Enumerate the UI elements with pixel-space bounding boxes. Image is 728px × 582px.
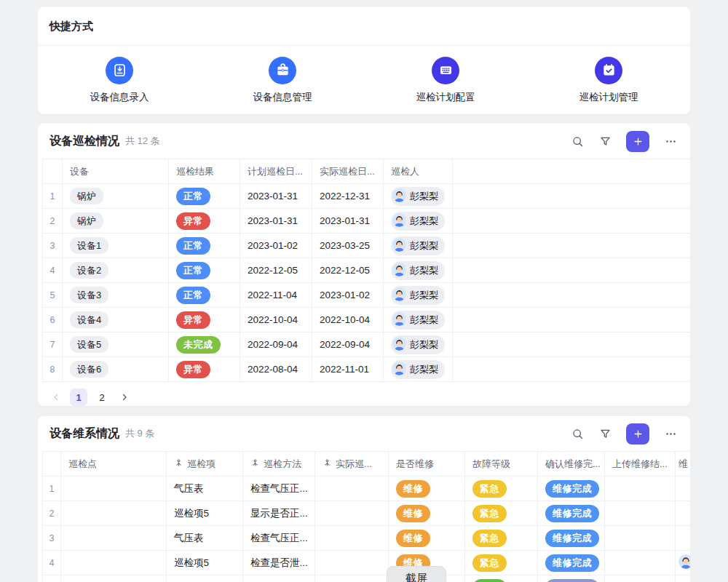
device-cell[interactable]: 设备1 [63, 234, 169, 258]
repair-cell[interactable]: 维修 [389, 526, 465, 550]
result-cell[interactable]: 正常 [169, 283, 240, 307]
confirm-cell[interactable]: 维修完成 [538, 526, 605, 550]
point-cell[interactable] [61, 575, 167, 582]
column-header-4[interactable]: 实际巡检日... [312, 159, 384, 183]
column-header-1[interactable]: 巡检点 [61, 452, 167, 476]
column-header-2[interactable]: 巡检项 [167, 452, 243, 476]
fault-cell[interactable]: 重要 [465, 575, 538, 582]
result-cell[interactable]: 未完成 [169, 332, 240, 356]
method-cell[interactable]: 检查是否泄... [243, 551, 315, 575]
item-cell[interactable]: 气压表 [167, 526, 243, 550]
shortcut-item-1[interactable]: 设备信息录入 [38, 57, 201, 104]
confirm-cell[interactable]: 维修完成 [538, 501, 605, 525]
repair-cell[interactable]: 维修 [389, 477, 465, 501]
actual-date-cell[interactable]: 2022-12-05 [312, 258, 384, 282]
point-cell[interactable] [61, 551, 167, 575]
actual-cell[interactable] [315, 551, 389, 575]
item-cell[interactable]: 巡检项5 [167, 575, 243, 582]
actual-date-cell[interactable]: 2023-01-31 [312, 209, 384, 233]
staff-cell[interactable] [676, 551, 690, 575]
repair-cell[interactable]: 维修 [389, 501, 465, 525]
planned-date-cell[interactable]: 2022-11-04 [240, 283, 312, 307]
item-cell[interactable]: 气压表 [167, 477, 243, 501]
inspector-cell[interactable]: 彭梨梨 [384, 332, 453, 356]
staff-cell[interactable] [676, 526, 690, 550]
device-cell[interactable]: 设备3 [63, 283, 169, 307]
upload-cell[interactable] [605, 501, 676, 525]
planned-date-cell[interactable]: 2022-12-05 [240, 258, 312, 282]
column-header-3[interactable]: 巡检方法 [243, 452, 315, 476]
fault-cell[interactable]: 紧急 [465, 551, 538, 575]
more-icon[interactable] [664, 135, 677, 148]
planned-date-cell[interactable]: 2023-01-31 [240, 209, 312, 233]
column-header-7[interactable]: 确认维修完... [538, 452, 605, 476]
item-cell[interactable]: 巡检项5 [167, 551, 243, 575]
column-header-3[interactable]: 计划巡检日... [240, 159, 312, 183]
result-cell[interactable]: 正常 [169, 258, 240, 282]
planned-date-cell[interactable]: 2023-01-31 [240, 184, 312, 208]
inspector-cell[interactable]: 彭梨梨 [384, 357, 453, 381]
column-header-5[interactable]: 是否维修 [389, 452, 465, 476]
staff-cell[interactable] [676, 501, 690, 525]
result-cell[interactable]: 异常 [169, 357, 240, 381]
upload-cell[interactable] [605, 551, 676, 575]
method-cell[interactable]: 显示是否正... [243, 575, 315, 582]
method-cell[interactable]: 显示是否正... [243, 501, 315, 525]
filter-icon[interactable] [598, 427, 612, 440]
more-icon[interactable] [664, 427, 677, 440]
result-cell[interactable]: 正常 [169, 234, 240, 258]
planned-date-cell[interactable]: 2022-10-04 [240, 308, 312, 332]
planned-date-cell[interactable]: 2023-01-02 [240, 234, 312, 258]
inspector-cell[interactable]: 彭梨梨 [384, 184, 453, 208]
staff-cell[interactable] [676, 575, 690, 582]
actual-cell[interactable] [315, 575, 389, 582]
actual-cell[interactable] [315, 526, 389, 550]
search-icon[interactable] [571, 427, 584, 440]
result-cell[interactable]: 异常 [169, 308, 240, 332]
result-cell[interactable]: 异常 [169, 209, 240, 233]
device-cell[interactable]: 设备4 [63, 308, 169, 332]
add-record-button[interactable] [626, 131, 649, 152]
inspector-cell[interactable]: 彭梨梨 [384, 283, 453, 307]
add-record-button[interactable] [626, 423, 649, 445]
planned-date-cell[interactable]: 2022-08-04 [240, 357, 312, 381]
column-header-4[interactable]: 实际巡... [315, 452, 389, 476]
column-header-5[interactable]: 巡检人 [384, 159, 453, 183]
column-header-8[interactable]: 上传维修结... [605, 452, 676, 476]
filter-icon[interactable] [598, 135, 612, 148]
search-icon[interactable] [571, 135, 584, 148]
column-header-9[interactable]: 维 [676, 452, 690, 476]
actual-date-cell[interactable]: 2023-03-25 [312, 234, 384, 258]
actual-date-cell[interactable]: 2022-12-31 [312, 184, 384, 208]
device-cell[interactable]: 锅炉 [63, 209, 169, 233]
result-cell[interactable]: 正常 [169, 184, 240, 208]
point-cell[interactable] [61, 501, 167, 525]
method-cell[interactable]: 检查气压正... [243, 477, 315, 501]
column-header-2[interactable]: 巡检结果 [169, 159, 240, 183]
device-cell[interactable]: 设备5 [63, 332, 169, 356]
upload-cell[interactable] [605, 526, 676, 550]
shortcut-item-3[interactable]: 巡检计划配置 [364, 57, 527, 104]
upload-cell[interactable] [605, 477, 676, 501]
shortcut-item-4[interactable]: 巡检计划管理 [527, 57, 690, 104]
device-cell[interactable]: 设备2 [63, 258, 169, 282]
next-page-button[interactable] [116, 389, 132, 405]
inspector-cell[interactable]: 彭梨梨 [384, 308, 453, 332]
column-header-1[interactable]: 设备 [63, 159, 169, 183]
shortcut-item-2[interactable]: 设备信息管理 [201, 57, 364, 104]
point-cell[interactable] [61, 477, 167, 501]
staff-cell[interactable] [676, 477, 690, 501]
actual-cell[interactable] [315, 477, 389, 501]
point-cell[interactable] [61, 526, 167, 550]
planned-date-cell[interactable]: 2022-09-04 [240, 332, 312, 356]
fault-cell[interactable]: 紧急 [465, 477, 538, 501]
actual-date-cell[interactable]: 2022-11-01 [312, 357, 384, 381]
actual-date-cell[interactable]: 2022-10-04 [312, 308, 384, 332]
inspector-cell[interactable]: 彭梨梨 [384, 209, 453, 233]
confirm-cell[interactable]: 维修完成 [538, 575, 605, 582]
column-header-6[interactable]: 故障等级 [465, 452, 538, 476]
fault-cell[interactable]: 紧急 [465, 526, 538, 550]
device-cell[interactable]: 锅炉 [63, 184, 169, 208]
fault-cell[interactable]: 紧急 [465, 501, 538, 525]
actual-cell[interactable] [315, 501, 389, 525]
